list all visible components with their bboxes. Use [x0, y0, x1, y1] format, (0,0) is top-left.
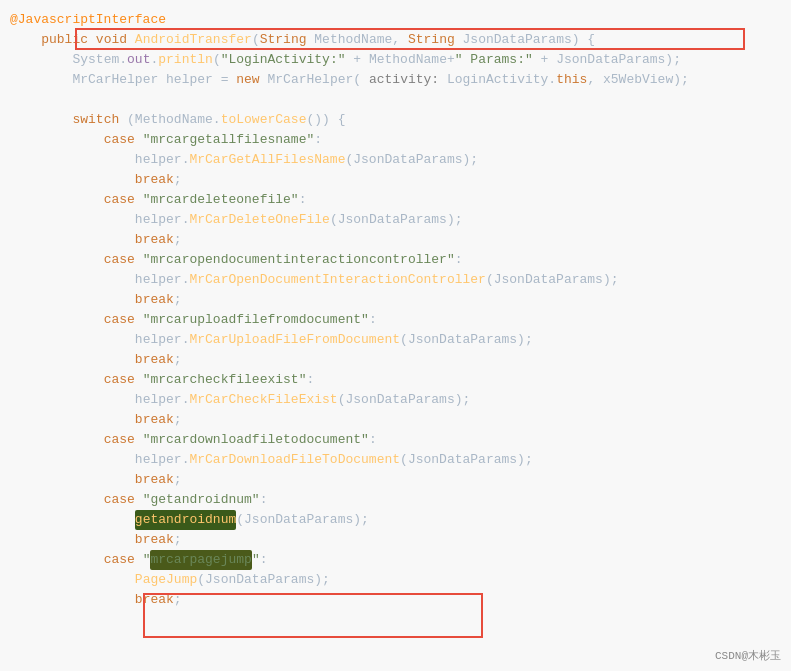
break2-indent: [10, 230, 135, 250]
break3-indent: [10, 290, 135, 310]
case4-colon: :: [369, 310, 377, 330]
watermark-text: CSDN@木彬玉: [715, 648, 781, 663]
method-downloadfile: MrCarDownloadFileToDocument: [189, 450, 400, 470]
line-case2: case "mrcardeleteоnefile":: [0, 190, 791, 210]
line-method-sig: public void AndroidTransfer(String Metho…: [0, 30, 791, 50]
keyword-new: new: [236, 70, 267, 90]
keyword-case8: case: [104, 550, 143, 570]
keyword-case3: case: [104, 250, 143, 270]
field-out: out: [127, 50, 150, 70]
keyword-case1: case: [104, 130, 143, 150]
line-break4: break;: [0, 350, 791, 370]
call4-args: (JsonDataParams);: [400, 330, 533, 350]
line-case8: case "mrcarpagejump":: [0, 550, 791, 570]
class-mrcarhelper: MrCarHelper: [72, 70, 158, 90]
str-loginactivity: "LoginActivity:": [221, 50, 346, 70]
case7-indent: [10, 490, 104, 510]
comment-activity: activity:: [369, 70, 439, 90]
switch-expr: (MethodName.: [127, 110, 221, 130]
str-case6: "mrcardownloadfiletodocument": [143, 430, 369, 450]
helper3: helper.: [135, 270, 190, 290]
str-case8-post: ": [252, 550, 260, 570]
method-uploadfile: MrCarUploadFileFromDocument: [189, 330, 400, 350]
keyword-break8: break: [135, 590, 174, 610]
str-case7: "getandroidnum": [143, 490, 260, 510]
keyword-break1: break: [135, 170, 174, 190]
line-case4: case "mrcaruploadfilefromdocument":: [0, 310, 791, 330]
keyword-break3: break: [135, 290, 174, 310]
method-name: AndroidTransfer: [135, 30, 252, 50]
call4-indent: [10, 330, 135, 350]
break1-indent: [10, 170, 135, 190]
line-call5: helper.MrCarCheckFileExist(JsonDataParam…: [0, 390, 791, 410]
type-string1: String: [260, 30, 307, 50]
str-case5: "mrcarcheckfileexist": [143, 370, 307, 390]
helper-params: (: [353, 70, 369, 90]
line-case3: case "mrcaropendocumentinteractioncontro…: [0, 250, 791, 270]
call5-indent: [10, 390, 135, 410]
case1-colon: :: [314, 130, 322, 150]
str-case3: "mrcaropendocumentinteractioncontroller": [143, 250, 455, 270]
method-deleteonefile: MrCarDeleteOneFile: [189, 210, 329, 230]
call1-indent: [10, 150, 135, 170]
case5-indent: [10, 370, 104, 390]
break7-semi: ;: [174, 530, 182, 550]
line-call2: helper.MrCarDeleteOneFile(JsonDataParams…: [0, 210, 791, 230]
line-switch: switch (MethodName.toLowerCase()) {: [0, 110, 791, 130]
helper-var: helper =: [158, 70, 236, 90]
line-call7: getandroidnum(JsonDataParams);: [0, 510, 791, 530]
case4-indent: [10, 310, 104, 330]
line-break2: break;: [0, 230, 791, 250]
case6-colon: :: [369, 430, 377, 450]
call2-args: (JsonDataParams);: [330, 210, 463, 230]
concat1: + MethodName+: [346, 50, 455, 70]
method-checkfile: MrCarCheckFileExist: [189, 390, 337, 410]
line-break5: break;: [0, 410, 791, 430]
str-mrcarpagejump: mrcarpagejump: [150, 552, 251, 567]
method-pagejump: PageJump: [135, 570, 197, 590]
case6-indent: [10, 430, 104, 450]
break1-semi: ;: [174, 170, 182, 190]
dot2: .: [150, 50, 158, 70]
case2-indent: [10, 190, 104, 210]
keyword-public: public: [10, 30, 96, 50]
helper1: helper.: [135, 150, 190, 170]
str-case4: "mrcaruploadfilefromdocument": [143, 310, 369, 330]
method-getandroidnum: getandroidnum: [135, 512, 236, 527]
method-getallfiles: MrCarGetAllFilesName: [189, 150, 345, 170]
line-sysout: System.out.println("LoginActivity:" + Me…: [0, 50, 791, 70]
method-println: println: [158, 50, 213, 70]
comma-x5: , x5WebView);: [587, 70, 688, 90]
line-break7: break;: [0, 530, 791, 550]
line-call3: helper.MrCarOpenDocumentInteractionContr…: [0, 270, 791, 290]
keyword-case2: case: [104, 190, 143, 210]
case2-colon: :: [299, 190, 307, 210]
str-case1: "mrcargetallfilesname": [143, 130, 315, 150]
code-editor: @JavascriptInterface public void Android…: [0, 0, 791, 671]
call7-args: (JsonDataParams);: [236, 510, 369, 530]
case3-colon: :: [455, 250, 463, 270]
helper-indent: [10, 70, 72, 90]
line-call1: helper.MrCarGetAllFilesName(JsonDataPara…: [0, 150, 791, 170]
keyword-break7: break: [135, 530, 174, 550]
param-methodname: MethodName,: [307, 30, 408, 50]
paren-open: (: [252, 30, 260, 50]
break5-semi: ;: [174, 410, 182, 430]
dot1: .: [119, 50, 127, 70]
annotation-text: @JavascriptInterface: [10, 10, 166, 30]
switch-brace: ()) {: [306, 110, 345, 130]
line-case6: case "mrcardownloadfiletodocument":: [0, 430, 791, 450]
call6-indent: [10, 450, 135, 470]
method-opendocument: MrCarOpenDocumentInteractionController: [189, 270, 485, 290]
call3-args: (JsonDataParams);: [486, 270, 619, 290]
call1-args: (JsonDataParams);: [345, 150, 478, 170]
keyword-case5: case: [104, 370, 143, 390]
break4-semi: ;: [174, 350, 182, 370]
case3-indent: [10, 250, 104, 270]
break8-semi: ;: [174, 590, 182, 610]
switch-indent: [10, 110, 72, 130]
helper2: helper.: [135, 210, 190, 230]
keyword-break4: break: [135, 350, 174, 370]
keyword-this: this: [556, 70, 587, 90]
line-case5: case "mrcarcheckfileexist":: [0, 370, 791, 390]
